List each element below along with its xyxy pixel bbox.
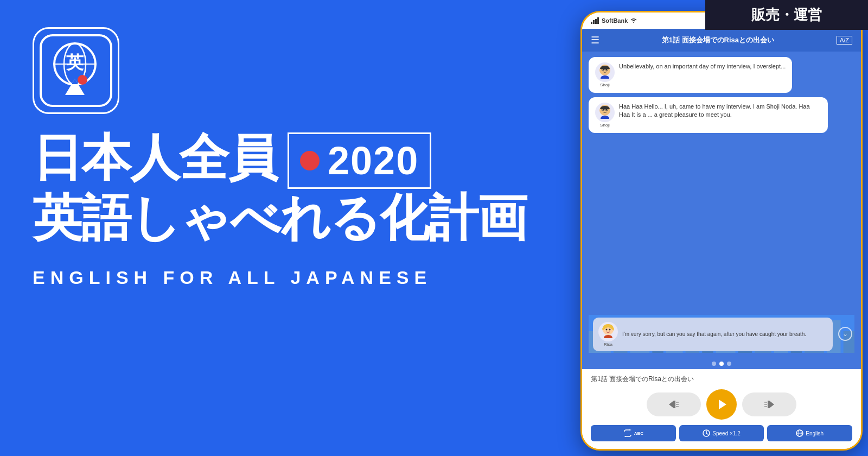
avatar-name-risa: Risa	[604, 342, 612, 347]
svg-rect-51	[764, 406, 767, 407]
svg-rect-11	[597, 17, 599, 24]
speed-button[interactable]: Speed ×1.2	[679, 425, 764, 441]
svg-rect-52	[768, 401, 769, 408]
svg-marker-53	[769, 401, 774, 408]
title-line1: 日本人全員	[33, 130, 277, 185]
avatar-shoji-1: Shoji	[595, 62, 615, 87]
dot-1	[712, 362, 716, 366]
status-carrier: SoftBank	[591, 17, 637, 24]
episode-label: 第1話 面接会場でのRisaとの出会い	[591, 375, 852, 384]
red-dot-icon	[300, 151, 320, 170]
dots-indicator	[582, 358, 861, 369]
avatar-name-shoji-2: Shoji	[600, 123, 610, 128]
year-text: 2020	[328, 138, 419, 183]
left-section: 英 日本人全員 2020 英語しゃべれる化計画 ENGLISH FOR ALL …	[0, 0, 570, 456]
prev-button[interactable]	[647, 392, 701, 416]
chat-area: Unbelievably, on an important day of my …	[582, 52, 861, 358]
chat-bubble-risa: Risa I'm very sorry, but can you say tha…	[593, 318, 833, 351]
svg-rect-10	[595, 19, 597, 24]
chat-bubble-1: Unbelievably, on an important day of my …	[589, 57, 792, 93]
chevron-down-button[interactable]: ⌄	[838, 327, 852, 341]
svg-point-7	[78, 75, 87, 85]
repeat-button[interactable]: ABC	[591, 425, 676, 441]
next-button[interactable]	[742, 392, 796, 416]
dot-2	[719, 362, 724, 366]
language-btn-label: English	[806, 430, 824, 436]
avatar-shoji-2: Shoji	[595, 103, 615, 128]
svg-rect-50	[764, 404, 767, 405]
chat-text-2: Haa Haa Hello... I, uh, came to have my …	[619, 103, 821, 119]
svg-marker-48	[719, 400, 726, 409]
chat-text-1: Unbelievably, on an important day of my …	[619, 62, 786, 71]
banner-text: 販売・運営	[751, 5, 822, 24]
svg-rect-47	[676, 406, 679, 407]
nav-title: 第1話 面接会場でのRisaとの出会い	[599, 35, 837, 45]
svg-rect-46	[676, 404, 679, 405]
avatar-risa: Risa	[598, 322, 618, 347]
avatar-name-shoji: Shoji	[600, 83, 610, 87]
year-box: 2020	[288, 132, 431, 189]
bottom-buttons-row: ABC Speed ×1.2 Engli	[591, 425, 852, 441]
app-icon: 英	[33, 27, 119, 114]
chat-bubble-2: Haa Haa Hello... I, uh, came to have my …	[589, 97, 828, 133]
bottom-controls: 第1話 面接会場でのRisaとの出会い	[582, 369, 861, 449]
right-section: 販売・運営 SoftBank 14:48	[564, 0, 868, 456]
language-button[interactable]: English	[767, 425, 852, 441]
speed-btn-label: Speed ×1.2	[712, 430, 740, 436]
svg-rect-9	[593, 20, 595, 24]
svg-marker-43	[669, 401, 674, 408]
top-banner: 販売・運営	[705, 0, 868, 30]
svg-rect-49	[764, 402, 767, 403]
svg-point-41	[606, 329, 608, 331]
phone-frame: SoftBank 14:48 ☰ 第1話 面接会場でのRisaとの出会い A/Z…	[580, 11, 863, 451]
svg-rect-8	[591, 22, 592, 24]
dot-3	[727, 362, 731, 366]
carrier-name: SoftBank	[602, 17, 628, 24]
nav-layout-icon[interactable]: A/Z	[837, 36, 852, 45]
svg-point-42	[609, 329, 611, 331]
subtitle-en: ENGLISH FOR ALL JAPANESE	[33, 267, 432, 288]
play-button[interactable]	[706, 389, 737, 420]
svg-rect-44	[674, 401, 675, 408]
playback-controls	[591, 389, 852, 420]
svg-text:英: 英	[66, 53, 84, 72]
title-line2: 英語しゃべれる化計画	[33, 191, 526, 245]
chat-text-risa: I'm very sorry, but can you say that aga…	[622, 331, 806, 338]
svg-rect-45	[676, 402, 679, 403]
repeat-btn-label: ABC	[634, 431, 643, 436]
hamburger-icon[interactable]: ☰	[591, 34, 599, 46]
nav-bar: ☰ 第1話 面接会場でのRisaとの出会い A/Z	[582, 29, 861, 52]
